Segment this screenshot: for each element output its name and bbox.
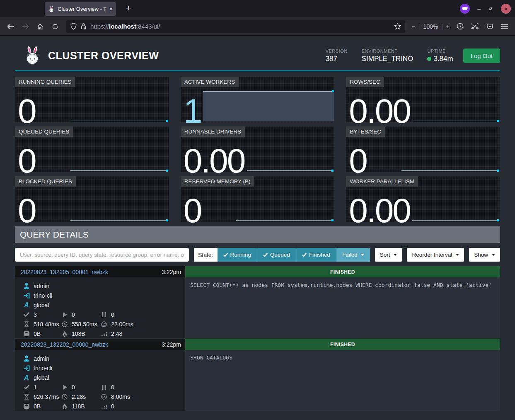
trino-cluster-overview-page: CLUSTER OVERVIEW VERSION 387 ENVIRONMENT… xyxy=(0,36,515,420)
query-search-input[interactable] xyxy=(15,248,189,262)
queued-splits-icon xyxy=(102,385,106,390)
environment-value: SIMPLE_TRINO xyxy=(362,55,413,63)
execution-time-gauge-icon xyxy=(101,394,107,400)
reorder-interval-dropdown[interactable]: Reorder Interval xyxy=(407,248,464,262)
zoom-out-button[interactable]: − xyxy=(412,23,415,30)
tab-title: Cluster Overview - Trino xyxy=(58,6,106,12)
filter-failed-dropdown[interactable]: Failed xyxy=(336,248,370,262)
query-id-link[interactable]: 20220823_132205_00001_nwbzk xyxy=(21,269,162,275)
home-icon[interactable] xyxy=(34,20,46,33)
resource-group-icon: A xyxy=(23,301,30,309)
cpu-time-clock-icon xyxy=(62,321,68,327)
current-memory-icon xyxy=(24,404,29,409)
query-resource-group: global xyxy=(34,302,49,308)
tab-close-icon[interactable]: × xyxy=(109,6,113,12)
filter-running-button[interactable]: Running xyxy=(218,248,257,262)
tile-bytes-sec: BYTES/SEC 0 xyxy=(346,126,500,172)
url-bar[interactable]: https://localhost:8443/ui/ xyxy=(66,20,405,33)
bookmark-star-icon[interactable] xyxy=(394,23,401,30)
user-icon xyxy=(24,355,29,362)
stats-grid: RUNNING QUERIES 0 ACTIVE WORKERS 1 ROWS/… xyxy=(15,77,500,222)
query-sql-preview: SELECT COUNT(*) as nodes FROM system.run… xyxy=(185,277,500,338)
back-icon[interactable] xyxy=(4,20,17,33)
check-icon xyxy=(223,252,228,257)
query-user: admin xyxy=(34,283,49,289)
query-sql-preview: SHOW CATALOGS xyxy=(185,350,500,411)
running-splits-icon xyxy=(63,312,67,317)
sparkline xyxy=(412,121,499,121)
query-resource-group: global xyxy=(34,374,49,381)
zoom-level[interactable]: 100% xyxy=(423,23,438,30)
peak-memory-flame-icon xyxy=(62,403,67,409)
query-row: 20220823_132202_00000_nwbzk 3:22pm FINIS… xyxy=(15,339,500,410)
query-source: trino-cli xyxy=(34,292,52,299)
window-minimize-button[interactable]: – xyxy=(477,5,481,12)
screenshot-scissors-icon[interactable] xyxy=(469,20,481,33)
filter-finished-button[interactable]: Finished xyxy=(296,248,336,262)
private-browsing-icon xyxy=(460,4,470,14)
new-tab-button[interactable]: + xyxy=(123,3,134,13)
zoom-in-button[interactable]: + xyxy=(446,23,450,30)
parallelism-icon xyxy=(102,331,107,336)
tile-running-queries: RUNNING QUERIES 0 xyxy=(15,77,169,122)
menu-hamburger-icon[interactable] xyxy=(498,20,511,33)
tile-reserved-memory: RESERVED MEMORY (B) 0 xyxy=(181,176,335,222)
wall-time-hourglass-icon xyxy=(24,321,29,327)
window-maximize-button[interactable] xyxy=(488,6,493,12)
app-header: CLUSTER OVERVIEW VERSION 387 ENVIRONMENT… xyxy=(15,41,500,71)
sort-dropdown[interactable]: Sort xyxy=(375,248,402,262)
uptime-meta: UPTIME 3.84m xyxy=(427,49,453,63)
query-status-badge: FINISHED xyxy=(185,266,500,277)
query-id-link[interactable]: 20220823_132202_00000_nwbzk xyxy=(21,341,162,348)
sparkline xyxy=(70,220,168,221)
trino-favicon xyxy=(48,6,55,12)
lock-warning-icon[interactable] xyxy=(80,23,87,30)
chevron-down-icon xyxy=(492,254,495,256)
tile-active-workers: ACTIVE WORKERS 1 xyxy=(181,77,335,122)
chevron-down-icon xyxy=(456,254,459,256)
browser-tab-bar: Cluster Overview - Trino × + – × xyxy=(0,0,515,17)
sparkline xyxy=(401,170,499,171)
completed-splits-icon xyxy=(24,385,29,389)
source-icon xyxy=(24,293,30,299)
url-text: https://localhost:8443/ui/ xyxy=(90,23,390,30)
tile-blocked-queries: BLOCKED QUERIES 0 xyxy=(15,176,169,222)
check-icon xyxy=(263,252,268,257)
browser-toolbar: https://localhost:8443/ui/ − | 100% | + xyxy=(0,17,515,36)
query-time: 3:22pm xyxy=(162,341,181,348)
sparkline-area xyxy=(203,91,334,121)
tile-rows-sec: ROWS/SEC 0.00 xyxy=(346,77,500,122)
query-filter-toolbar: State: Running Queued Finished Failed So… xyxy=(15,248,500,262)
running-splits-icon xyxy=(63,385,67,390)
logout-button[interactable]: Log Out xyxy=(463,49,500,63)
version-value: 387 xyxy=(326,55,348,63)
forward-icon[interactable] xyxy=(19,20,31,33)
sparkline xyxy=(70,170,168,171)
window-close-button[interactable]: × xyxy=(501,4,511,14)
chevron-down-icon xyxy=(361,254,364,256)
tile-runnable-drivers: RUNNABLE DRIVERS 0.00 xyxy=(181,126,335,172)
tile-queued-queries: QUEUED QUERIES 0 xyxy=(15,126,169,172)
history-clock-icon[interactable] xyxy=(454,20,466,33)
uptime-status-dot xyxy=(427,57,431,61)
sparkline xyxy=(412,220,499,221)
tile-worker-parallelism: WORKER PARALLELISM 0.00 xyxy=(346,176,500,222)
reload-icon[interactable] xyxy=(49,20,61,33)
sparkline xyxy=(247,170,334,171)
filter-queued-button[interactable]: Queued xyxy=(257,248,296,262)
show-dropdown[interactable]: Show xyxy=(469,248,500,262)
sparkline xyxy=(236,220,334,221)
parallelism-icon xyxy=(102,403,107,409)
sparkline xyxy=(70,121,168,121)
version-meta: VERSION 387 xyxy=(326,49,348,63)
uptime-value: 3.84m xyxy=(433,55,453,63)
tracking-shield-icon[interactable] xyxy=(70,23,77,30)
query-time: 3:22pm xyxy=(162,269,181,275)
environment-meta: ENVIRONMENT SIMPLE_TRINO xyxy=(362,49,413,63)
query-row: 20220823_132205_00001_nwbzk 3:22pm FINIS… xyxy=(15,266,500,337)
pocket-icon[interactable] xyxy=(484,20,496,33)
wall-time-hourglass-icon xyxy=(24,394,29,400)
user-icon xyxy=(24,283,29,289)
completed-splits-icon xyxy=(24,312,29,317)
browser-tab[interactable]: Cluster Overview - Trino × xyxy=(45,2,116,16)
